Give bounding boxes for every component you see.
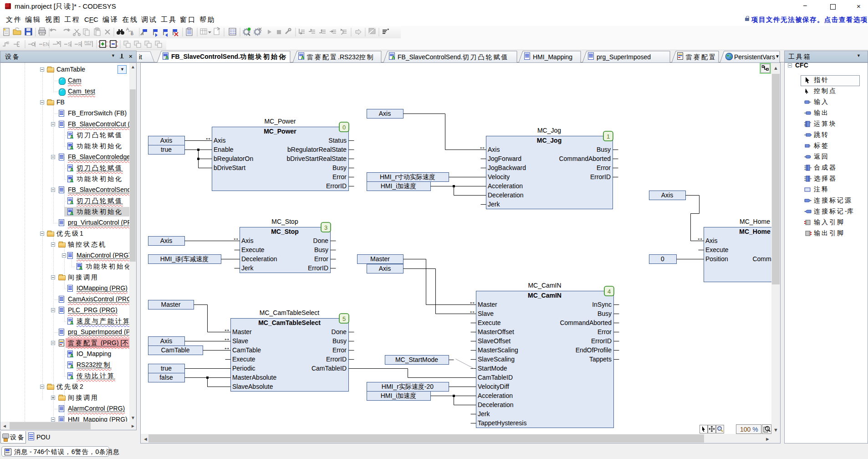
svg-text:MC_Home: MC_Home (740, 218, 770, 225)
svg-text:Execute: Execute (478, 319, 501, 326)
svg-text:CamTable: CamTable (232, 346, 261, 354)
svg-text:↔: ↔ (224, 334, 230, 342)
svg-text:ErrorID: ErrorID (308, 264, 328, 272)
svg-text:MC_Home: MC_Home (739, 228, 771, 235)
svg-text:Axis: Axis (488, 146, 500, 153)
svg-text:CamTableID: CamTableID (311, 365, 347, 372)
svg-text:JogBackward: JogBackward (488, 164, 526, 171)
svg-text:↔: ↔ (469, 298, 476, 305)
svg-text:Axis: Axis (379, 110, 391, 117)
svg-text:Busy: Busy (314, 246, 328, 253)
svg-text:Axis: Axis (241, 237, 253, 244)
svg-text:MC_CamTableSelect: MC_CamTableSelect (258, 319, 321, 326)
svg-text:MC_StartMode: MC_StartMode (395, 356, 438, 363)
svg-text:Master: Master (478, 301, 497, 308)
svg-text:MC_Power: MC_Power (264, 118, 296, 125)
svg-text:JogForward: JogForward (488, 155, 521, 162)
svg-text:Master: Master (161, 301, 181, 308)
svg-text:bRegulatorOn: bRegulatorOn (214, 155, 253, 162)
svg-text:InSync: InSync (592, 301, 612, 308)
svg-text:Axis: Axis (214, 137, 225, 144)
svg-text:Error: Error (597, 164, 611, 171)
svg-text:Master: Master (370, 255, 390, 263)
svg-text:Jerk: Jerk (478, 410, 490, 418)
svg-text:EN: EN (43, 42, 49, 47)
svg-text:HMI_r实际速度-20: HMI_r实际速度-20 (382, 383, 434, 390)
svg-text:Error: Error (332, 346, 347, 354)
svg-text:Busy: Busy (332, 337, 347, 345)
svg-text:bDriveStart: bDriveStart (214, 164, 245, 171)
svg-text:true: true (161, 146, 172, 153)
svg-text:CommandAborted: CommandAborted (559, 155, 611, 162)
svg-text:bDriveStartRealState: bDriveStartRealState (286, 155, 347, 162)
svg-text:0: 0 (342, 124, 346, 131)
svg-text:HMI_i加速度: HMI_i加速度 (381, 182, 417, 190)
svg-text:Jerk: Jerk (488, 201, 500, 208)
svg-text:Deceleration: Deceleration (478, 401, 514, 408)
svg-text:CamTableID: CamTableID (478, 374, 513, 381)
svg-text:MasterScaling: MasterScaling (478, 346, 518, 354)
svg-text:MC_Stop: MC_Stop (271, 218, 298, 225)
svg-text:Deceleration: Deceleration (241, 255, 277, 263)
svg-text:MC_Jog: MC_Jog (537, 137, 562, 144)
svg-text:CommandAborted: CommandAborted (560, 319, 612, 326)
svg-text:R: R (78, 42, 82, 47)
svg-text:false: false (159, 374, 173, 381)
svg-text:A: A (126, 27, 129, 31)
svg-text:Slave: Slave (478, 310, 494, 317)
svg-text:ErrorID: ErrorID (326, 182, 347, 190)
svg-text:HMI_i加速度: HMI_i加速度 (381, 392, 417, 399)
svg-text:Execute: Execute (232, 356, 255, 363)
svg-text:Status: Status (328, 137, 347, 144)
svg-text:Axis: Axis (160, 237, 172, 244)
svg-text:Position: Position (705, 255, 728, 263)
svg-text:Done: Done (332, 328, 347, 335)
svg-text:MasterAbsolute: MasterAbsolute (232, 374, 276, 381)
svg-text:MasterOffset: MasterOffset (478, 328, 514, 335)
svg-text:Execute: Execute (705, 246, 729, 253)
svg-text:HMI_i刹车减速度: HMI_i刹车减速度 (160, 255, 209, 263)
svg-text:Busy: Busy (332, 164, 347, 171)
svg-text:HMI_r寸动实际速度: HMI_r寸动实际速度 (380, 173, 435, 181)
svg-text:true: true (161, 365, 172, 372)
svg-text:Tappets: Tappets (589, 356, 612, 363)
svg-text:↔: ↔ (224, 325, 230, 333)
svg-text:Busy: Busy (597, 310, 612, 317)
svg-text:Deceleration: Deceleration (488, 191, 524, 199)
svg-text:MC_CamTableSelect: MC_CamTableSelect (260, 309, 320, 316)
svg-text:Slave: Slave (232, 337, 248, 345)
svg-text:TappetHysteresis: TappetHysteresis (478, 419, 526, 427)
svg-text:ErrorID: ErrorID (590, 173, 611, 181)
svg-text:Master: Master (232, 328, 252, 335)
svg-text:Axis: Axis (661, 191, 673, 199)
svg-text:Axis: Axis (379, 265, 391, 272)
svg-text:Periodic: Periodic (232, 365, 255, 372)
svg-text:B: B (131, 31, 133, 36)
svg-text:Done: Done (313, 237, 329, 244)
svg-text:ErrorID: ErrorID (591, 337, 612, 345)
svg-text:MC_Jog: MC_Jog (537, 127, 561, 134)
svg-text:Enable: Enable (214, 146, 234, 153)
svg-text:MC_Stop: MC_Stop (271, 228, 299, 235)
svg-text:↔: ↔ (469, 307, 476, 315)
svg-text:Axis: Axis (705, 237, 717, 244)
svg-text:Error: Error (597, 328, 612, 335)
svg-text:EndOfProfile: EndOfProfile (576, 346, 612, 354)
svg-text:1: 1 (607, 133, 610, 140)
svg-text:0: 0 (661, 255, 664, 263)
svg-text:CamTable: CamTable (161, 346, 189, 354)
svg-text:↔: ↔ (697, 234, 704, 242)
svg-text:Velocity: Velocity (488, 173, 510, 181)
svg-text:↔: ↔ (205, 134, 212, 141)
svg-text:Axis: Axis (160, 337, 172, 345)
svg-text:Acceleration: Acceleration (488, 182, 523, 190)
svg-text:REF: REF (84, 40, 93, 45)
svg-text:MC_CamIN: MC_CamIN (528, 282, 561, 289)
svg-text:StartMode: StartMode (478, 365, 507, 372)
svg-text:4: 4 (608, 288, 611, 295)
svg-text:3: 3 (324, 224, 327, 231)
svg-text:↔: ↔ (224, 343, 230, 351)
svg-text:↔: ↔ (479, 143, 486, 150)
svg-text:bRegulatorRealState: bRegulatorRealState (287, 146, 347, 153)
svg-text:MC_CamIN: MC_CamIN (528, 292, 562, 299)
